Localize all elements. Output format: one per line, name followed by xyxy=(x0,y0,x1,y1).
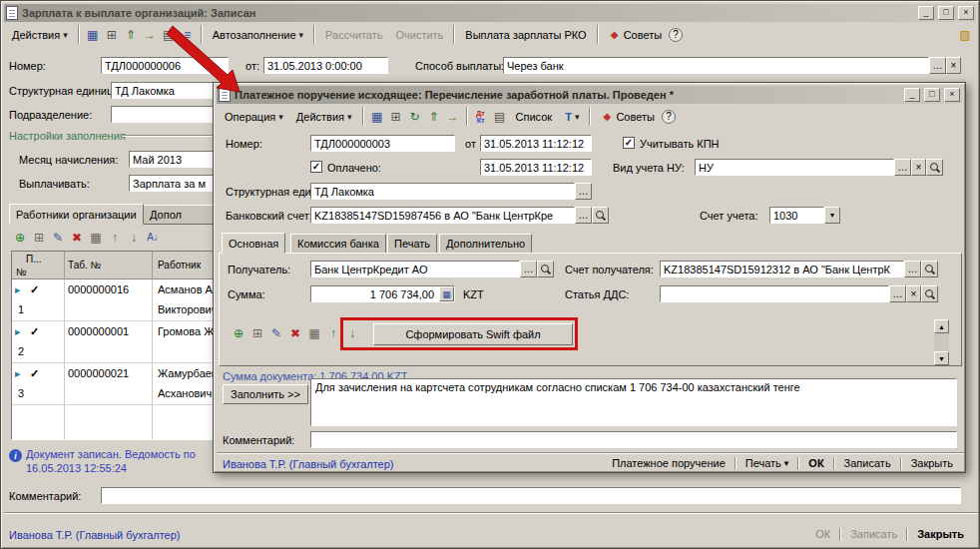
date-field[interactable]: 31.05.2013 11:12:12 xyxy=(480,135,592,152)
recipient-field[interactable]: Банк ЦентрКредит АО xyxy=(310,261,520,277)
col-tabnumber-header[interactable]: Таб. № xyxy=(68,260,101,271)
print-menu-button[interactable]: Печать▾ xyxy=(738,456,796,470)
comment-field[interactable] xyxy=(101,487,961,504)
col-flag-header[interactable]: П... xyxy=(26,254,42,265)
operation-menu-button[interactable]: Операция▾ xyxy=(219,107,289,127)
kpn-checkbox[interactable]: ✓ xyxy=(623,137,635,149)
copy-icon[interactable]: ⊞ xyxy=(387,108,405,126)
filter-button[interactable]: Т▾ xyxy=(559,107,585,127)
grid-icon[interactable]: ▦ xyxy=(305,324,323,342)
open-button[interactable] xyxy=(921,261,938,277)
save-button[interactable]: Записать xyxy=(843,527,904,541)
save-icon[interactable]: ▦ xyxy=(84,26,102,44)
post-icon[interactable]: ⇑ xyxy=(122,26,140,44)
col-worker-header[interactable]: Работник xyxy=(158,260,201,271)
row-check-icon[interactable]: ✓ xyxy=(30,367,39,380)
calculator-icon[interactable]: ▦ xyxy=(439,286,454,301)
paid-checkbox[interactable]: ✓ xyxy=(310,161,322,173)
clear-field-button[interactable]: × xyxy=(906,285,921,302)
reread-icon[interactable]: ↻ xyxy=(406,108,424,126)
minimize-icon[interactable]: _ xyxy=(918,6,934,20)
close-button[interactable]: Закрыть xyxy=(910,527,971,541)
maximize-icon[interactable]: □ xyxy=(938,6,954,20)
copy-icon[interactable]: ⊞ xyxy=(103,26,121,44)
choose-button[interactable]: … xyxy=(520,261,537,277)
add-row-icon[interactable]: ⊕ xyxy=(230,324,247,342)
sum-field[interactable]: 1 706 734,00 xyxy=(310,285,455,302)
minimize-icon[interactable]: _ xyxy=(904,88,920,102)
delete-icon[interactable]: ✖ xyxy=(68,229,86,247)
scroll-up-icon[interactable]: ▲ xyxy=(934,319,949,333)
movements-icon[interactable]: ДтКт xyxy=(472,108,490,126)
tab-print[interactable]: Печать xyxy=(387,234,437,254)
grid-icon[interactable]: ▦ xyxy=(87,229,105,247)
add-row-icon[interactable]: ⊕ xyxy=(11,229,29,247)
tab-employees[interactable]: Работники организации xyxy=(9,204,144,225)
account-field[interactable]: 1030 xyxy=(769,207,824,224)
open-button[interactable] xyxy=(537,261,554,277)
row-check-icon[interactable]: ✓ xyxy=(30,325,39,338)
scrollbar[interactable]: ▲ ▼ xyxy=(934,319,949,365)
scrollbar-track[interactable] xyxy=(934,333,949,351)
clear-field-button[interactable]: × xyxy=(911,159,926,176)
list-button[interactable]: Список xyxy=(510,107,559,127)
post-icon[interactable]: ⇑ xyxy=(425,108,443,126)
actions-menu-button[interactable]: Действия▾ xyxy=(290,107,358,127)
recipient-account-field[interactable]: KZ18385147SD15912312 в АО "Банк ЦентрК xyxy=(660,261,904,277)
number-field[interactable]: ТДЛ000000003 xyxy=(310,135,455,152)
clear-field-button[interactable]: × xyxy=(946,57,961,74)
close-icon[interactable]: × xyxy=(958,6,974,20)
tips-button[interactable]: ◆Советы xyxy=(595,104,660,130)
tab-additional[interactable]: Допол xyxy=(143,205,221,225)
list-icon[interactable]: ▤ xyxy=(491,108,509,126)
help-icon[interactable]: ? xyxy=(669,28,683,42)
add-copy-icon[interactable]: ⊞ xyxy=(248,324,266,342)
tab-commission[interactable]: Комиссия банка xyxy=(290,234,386,254)
actions-menu-button[interactable]: Действия▾ xyxy=(6,25,74,45)
unit-field[interactable]: ТД Лакомка xyxy=(310,183,575,200)
ok-button[interactable]: ОК xyxy=(801,456,830,470)
fill-button[interactable]: Заполнить >> xyxy=(223,384,308,404)
col-num-header[interactable]: № xyxy=(16,267,27,277)
date-field[interactable]: 31.05.2013 0:00:00 xyxy=(263,57,388,74)
comment-field[interactable] xyxy=(310,431,957,448)
payment-order-button[interactable]: Платежное поручение xyxy=(605,456,733,470)
sort-icon[interactable]: А↓ xyxy=(144,229,162,247)
move-down-icon[interactable]: ↓ xyxy=(125,229,143,247)
open-button[interactable] xyxy=(926,159,943,176)
edit-icon[interactable]: ✎ xyxy=(49,229,67,247)
open-button[interactable] xyxy=(921,285,938,302)
choose-button[interactable]: … xyxy=(575,183,592,200)
scroll-down-icon[interactable]: ▼ xyxy=(934,351,949,365)
form-settings-icon[interactable]: ▨ xyxy=(956,26,974,44)
row-check-icon[interactable]: ✓ xyxy=(30,283,39,296)
close-button[interactable]: Закрыть xyxy=(904,456,960,470)
choose-button[interactable]: … xyxy=(894,159,911,176)
edit-icon[interactable]: ✎ xyxy=(267,324,285,342)
ok-button[interactable]: ОК xyxy=(808,527,837,541)
maximize-icon[interactable]: □ xyxy=(924,88,940,102)
go-icon[interactable]: → xyxy=(444,108,462,126)
clear-button[interactable]: Очистить xyxy=(389,25,449,45)
calculate-button[interactable]: Рассчитать xyxy=(319,25,388,45)
tips-button[interactable]: ◆Советы xyxy=(603,22,668,48)
nu-kind-field[interactable]: НУ xyxy=(695,159,894,176)
add-copy-icon[interactable]: ⊞ xyxy=(30,229,48,247)
pay-method-field[interactable]: Через банк xyxy=(503,57,929,74)
paid-date-field[interactable]: 31.05.2013 11:12:12 xyxy=(480,159,592,176)
bank-account-field[interactable]: KZ18385147SD15987456 в АО "Банк ЦентрКре xyxy=(310,207,575,224)
choose-button[interactable]: … xyxy=(929,57,946,74)
choose-button[interactable]: … xyxy=(904,261,921,277)
combo-arrow-icon[interactable]: ▾ xyxy=(824,207,840,224)
rko-payment-button[interactable]: Выплата зарплаты РКО xyxy=(459,25,592,45)
dds-field[interactable] xyxy=(660,285,889,302)
close-icon[interactable]: × xyxy=(944,88,960,102)
open-button[interactable] xyxy=(592,207,609,224)
help-icon[interactable]: ? xyxy=(662,110,676,124)
choose-button[interactable]: … xyxy=(889,285,906,302)
tab-main[interactable]: Основная xyxy=(222,233,285,254)
payment-titlebar[interactable]: Платежное поручение исходящее: Перечисле… xyxy=(217,86,962,104)
payment-purpose-field[interactable]: Для зачисления на картсчета сотрудникам … xyxy=(310,378,957,426)
delete-icon[interactable]: ✖ xyxy=(286,324,304,342)
move-up-icon[interactable]: ↑ xyxy=(106,229,124,247)
